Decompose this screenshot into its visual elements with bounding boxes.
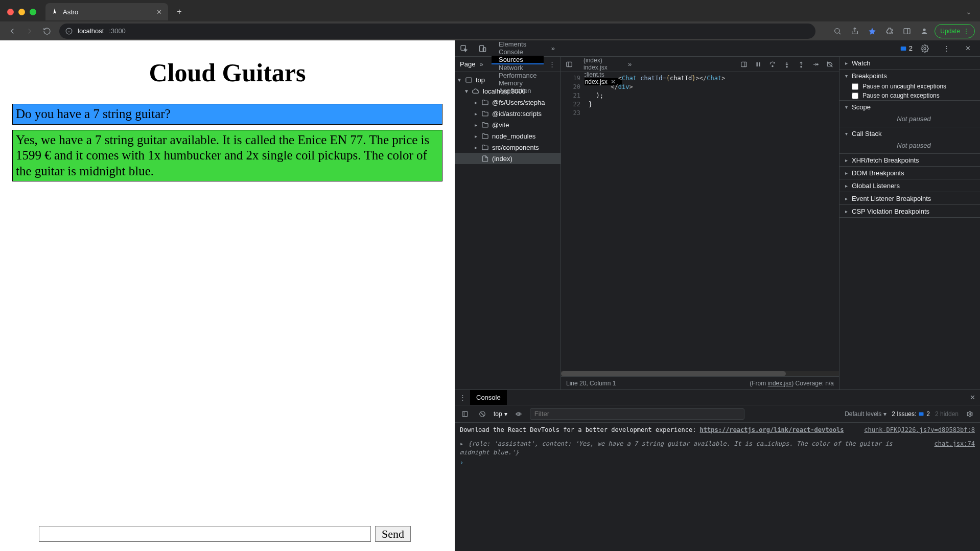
tree-folder[interactable]: ▸@vite [455,119,561,130]
global-listeners-header[interactable]: ▸Global Listeners [839,179,980,192]
callstack-header[interactable]: ▾Call Stack [839,127,980,140]
log-levels-select[interactable]: Default levels ▾ [845,410,886,418]
svg-point-3 [835,28,839,33]
reload-button[interactable] [40,24,54,38]
svg-rect-14 [466,78,472,82]
file-tree[interactable]: ▼ top ▼ localhost:3000 ▸@fs/Users/stepha… [455,72,561,389]
tree-folder[interactable]: ▸src/components [455,142,561,153]
window-close-button[interactable] [7,9,14,15]
step-icon[interactable] [809,58,822,71]
svg-rect-28 [462,411,468,416]
tree-origin[interactable]: ▼ localhost:3000 [455,85,561,97]
live-expression-icon[interactable] [512,408,525,420]
source-file-link[interactable]: index.jsx [768,380,792,387]
window-controls [7,9,36,15]
chat-input[interactable] [39,526,371,542]
tab-title: Astro [63,8,151,16]
svg-point-32 [518,413,520,415]
drawer-close-icon[interactable]: ✕ [965,390,980,405]
editor-tab[interactable]: index.jsx [577,64,622,71]
clear-console-icon[interactable] [476,408,488,420]
log-source-link[interactable]: chat.jsx:74 [935,440,975,448]
devtools-tab-elements[interactable]: Elements [492,40,544,48]
drawer-tab-console[interactable]: Console [470,390,507,405]
pause-uncaught-checkbox[interactable]: Pause on uncaught exceptions [839,82,980,91]
window-minimize-button[interactable] [18,9,25,15]
pause-caught-checkbox[interactable]: Pause on caught exceptions [839,91,980,100]
navigator-more-icon[interactable]: » [479,60,483,68]
svg-point-25 [801,66,802,67]
code-content[interactable]: <Chat chatId={chatId}></Chat> </div> );} [585,72,839,376]
browser-tab[interactable]: Astro ✕ [45,3,168,20]
pause-script-icon[interactable] [752,58,764,71]
step-into-icon[interactable] [781,58,793,71]
assistant-message: Yes, we have a 7 string guitar available… [12,130,442,182]
issues-icon[interactable]: 2 [900,44,913,52]
editor-more-tabs-icon[interactable]: » [622,57,638,72]
extensions-icon[interactable] [882,24,897,38]
update-button[interactable]: Update ⋮ [935,24,975,38]
tab-close-button[interactable]: ✕ [155,8,163,16]
console-prompt[interactable]: › [460,459,975,466]
share-icon[interactable] [848,24,862,38]
omnibox[interactable]: localhost:3000 [59,24,815,39]
chevron-down-icon: ▾ [883,410,886,418]
tree-folder[interactable]: ▸@id/astro:scripts [455,108,561,119]
drawer-tabbar: ⋮ Console ✕ [455,390,980,405]
console-output[interactable]: chunk-DFKQJ226.js?v=d89583bf:8 Download … [455,423,980,551]
code-editor[interactable]: 1920212223 <Chat chatId={chatId}></Chat>… [561,72,839,376]
toggle-navigator-icon[interactable] [561,57,577,72]
send-button[interactable]: Send [375,526,411,542]
profile-icon[interactable] [917,24,931,38]
bookmark-star-icon[interactable] [865,24,879,38]
tree-folder[interactable]: ▸node_modules [455,130,561,142]
devtools-tab-console[interactable]: Console [492,48,544,56]
dom-bp-header[interactable]: ▸DOM Breakpoints [839,167,980,179]
log-source-link[interactable]: chunk-DFKQJ226.js?v=d89583bf:8 [864,426,975,434]
svg-point-34 [969,413,971,415]
device-toolbar-icon[interactable] [473,40,492,56]
breakpoints-header[interactable]: ▾Breakpoints [839,70,980,82]
scope-header[interactable]: ▾Scope [839,101,980,113]
react-devtools-link[interactable]: https://reactjs.org/link/react-devtools [700,426,844,433]
deactivate-breakpoints-icon[interactable] [824,58,836,71]
event-bp-header[interactable]: ▸Event Listener Breakpoints [839,192,980,204]
zoom-icon[interactable] [830,24,845,38]
xhr-bp-header[interactable]: ▸XHR/fetch Breakpoints [839,154,980,166]
tree-folder[interactable]: ▸@fs/Users/stepha [455,97,561,108]
back-button[interactable] [5,24,19,38]
more-tabs-icon[interactable]: » [544,40,562,56]
expand-object-icon[interactable]: ▸ [460,440,465,448]
watch-header[interactable]: ▸Watch [839,57,980,69]
toggle-debugger-icon[interactable] [738,58,750,71]
devtools-settings-icon[interactable] [916,44,934,53]
devtools-close-icon[interactable]: ✕ [959,44,977,52]
hidden-messages-label[interactable]: 2 hidden [935,410,959,418]
navigator-tab-page[interactable]: Page [460,60,475,68]
editor-horizontal-scrollbar[interactable] [561,371,839,376]
tabs-overflow-icon[interactable]: ⌄ [966,8,972,16]
sidepanel-icon[interactable] [900,24,914,38]
inspect-element-icon[interactable] [455,40,473,56]
devtools-menu-icon[interactable]: ⋮ [937,44,955,52]
console-filter-input[interactable] [530,408,744,420]
step-over-icon[interactable] [766,58,779,71]
drawer-menu-icon[interactable]: ⋮ [455,390,470,405]
console-issues-button[interactable]: 2 Issues: 2 [892,410,930,418]
window-maximize-button[interactable] [30,9,36,15]
console-log-entry: chat.jsx:74 ▸{role: 'assistant', content… [460,440,975,457]
site-info-icon[interactable] [65,28,73,35]
forward-button[interactable] [22,24,37,38]
console-settings-icon[interactable] [964,408,976,420]
tree-file-index[interactable]: (index) [455,153,561,164]
navigator-menu-icon[interactable]: ⋮ [549,60,555,68]
editor-tabbar: (index)index.jsxclient.tsindex.jsx✕ » [561,57,839,72]
new-tab-button[interactable]: + [172,5,186,19]
csp-bp-header[interactable]: ▸CSP Violation Breakpoints [839,205,980,217]
console-sidebar-toggle-icon[interactable] [459,408,471,420]
step-out-icon[interactable] [795,58,807,71]
editor-scrollbar-thumb[interactable] [561,371,786,376]
editor-tab[interactable]: (index) [577,57,622,64]
console-context-select[interactable]: top ▾ [494,410,507,418]
tree-top[interactable]: ▼ top [455,74,561,85]
